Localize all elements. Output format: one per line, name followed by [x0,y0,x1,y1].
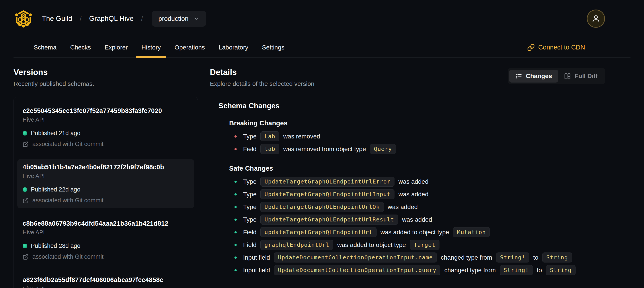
chevron-down-icon [193,16,200,22]
tab-laboratory[interactable]: Laboratory [213,37,254,58]
change-item: Type Lab was removed [234,130,630,143]
version-card[interactable]: e2e55045345ce13fe07f52a77459b83fa3fe7020… [17,103,194,152]
version-hash: e2e55045345ce13fe07f52a77459b83fa3fe7020 [22,107,189,115]
change-text: Input field [243,267,272,274]
git-commit-label: associated with Git commit [32,253,104,260]
safe-bullet-icon [234,244,237,246]
tab-schema[interactable]: Schema [28,37,62,58]
change-text: was added [400,216,432,223]
tab-bar: SchemaChecksExplorerHistoryOperationsLab… [14,37,630,58]
tab-checks[interactable]: Checks [65,37,96,58]
change-item: Type UpdateTargetGraphQLEndpointUrlOk wa… [234,201,630,213]
versions-panel: Versions Recently published schemas. e2e… [14,58,198,288]
safe-bullet-icon [234,193,237,195]
breaking-changes-title: Breaking Changes [229,119,630,127]
list-icon [515,73,522,80]
change-text: was added [397,178,428,185]
version-card[interactable]: a823f6db2a55df877dcf406006abca97fcc4858c… [17,272,194,288]
breadcrumb-org[interactable]: The Guild [42,15,72,23]
top-bar: The Guild / GraphQL Hive / production Sc… [0,0,644,58]
version-card[interactable]: c8b6e88a06793b9c4dfd54aaa21b36a1b421d812… [17,215,194,265]
versions-subtitle: Recently published schemas. [14,80,198,87]
external-link-icon [22,197,29,204]
change-item: Field graphqlEndpointUrl was added to ob… [234,238,630,251]
change-text: Type [243,203,258,211]
details-panel: Details Explore details of the selected … [210,58,630,288]
version-service: Hive API [22,285,189,288]
tab-operations[interactable]: Operations [169,37,210,58]
published-status-dot-icon [22,131,27,136]
code-badge: UpdateDocumentCollectionOperationInput.q… [274,265,440,275]
brand-row: The Guild / GraphQL Hive / production [14,0,630,37]
version-list: e2e55045345ce13fe07f52a77459b83fa3fe7020… [14,97,198,288]
changes-toggle-button[interactable]: Changes [509,70,558,83]
version-service: Hive API [22,116,189,123]
git-commit-link[interactable]: associated with Git commit [22,253,189,260]
safe-bullet-icon [234,206,237,208]
published-status-dot-icon [22,244,27,248]
breadcrumb-project[interactable]: GraphQL Hive [89,15,134,23]
schema-changes-section: Schema Changes Breaking Changes Type Lab… [218,102,630,276]
change-text: was removed [282,133,320,140]
version-hash: a823f6db2a55df877dcf406006abca97fcc4858c [22,276,189,283]
change-text: Field [243,146,258,153]
connect-to-cdn-label: Connect to CDN [538,44,585,51]
main-content: Versions Recently published schemas. e2e… [0,58,644,288]
change-text: Type [243,216,258,223]
git-commit-link[interactable]: associated with Git commit [22,141,189,148]
change-text: Type [243,133,258,140]
change-item: Field updateTargetGraphQLEndpointUrl was… [234,226,630,238]
user-avatar-button[interactable] [587,10,605,28]
changes-toggle-label: Changes [526,73,552,80]
change-item: Type UpdateTargetGraphQLEndpointUrlError… [234,175,630,188]
versions-title: Versions [14,68,198,77]
code-badge: Lab [260,131,279,141]
version-published-row: Published 22d ago [22,186,189,193]
full-diff-toggle-label: Full Diff [575,73,598,80]
external-link-icon [22,254,29,260]
code-badge: Query [370,144,396,154]
change-text: was added [386,203,418,211]
change-text: to [532,254,540,261]
change-text: Type [243,178,258,185]
breadcrumb-separator: / [80,15,82,23]
change-text: Type [243,191,258,198]
code-badge: UpdateTargetGraphQLEndpointUrlOk [260,202,384,212]
schema-changes-title: Schema Changes [218,102,630,110]
version-hash: c8b6e88a06793b9c4dfd54aaa21b36a1b421d812 [22,220,189,227]
code-badge: UpdateTargetGraphQLEndpointUrlResult [260,214,398,224]
code-badge: lab [260,144,279,154]
code-badge: UpdateDocumentCollectionOperationInput.n… [274,252,437,262]
version-card[interactable]: 4b05ab51b1b4a7e2e4b0ef82172f2b9f7ef98c0b… [17,159,194,208]
safe-bullet-icon [234,181,237,183]
tab-settings[interactable]: Settings [256,37,290,58]
link-icon [527,44,535,51]
version-service: Hive API [22,229,189,236]
safe-bullet-icon [234,231,237,233]
hive-logo-icon[interactable] [14,10,34,28]
details-title: Details [210,68,314,77]
safe-bullet-icon [234,218,237,221]
code-badge: updateTargetGraphQLEndpointUrl [260,227,376,237]
breaking-bullet-icon [234,135,237,138]
full-diff-toggle-button[interactable]: Full Diff [558,70,604,83]
target-selector-value: production [158,15,188,23]
tab-history[interactable]: History [136,37,166,58]
target-selector-dropdown[interactable]: production [152,11,206,27]
published-status-dot-icon [22,187,27,192]
version-service: Hive API [22,173,189,179]
split-view-icon [564,73,571,80]
safe-bullet-icon [234,269,237,271]
version-published-row: Published 28d ago [22,242,189,249]
code-badge: UpdateTargetGraphQLEndpointUrlInput [260,189,394,199]
change-text: was added to object type [379,229,451,236]
safe-changes-title: Safe Changes [229,165,630,172]
git-commit-link[interactable]: associated with Git commit [22,197,189,204]
change-text: changed type from [442,267,497,274]
tab-explorer[interactable]: Explorer [99,37,133,58]
version-hash: 4b05ab51b1b4a7e2e4b0ef82172f2b9f7ef98c0b [22,164,189,171]
change-item: Field lab was removed from object type Q… [234,143,630,155]
external-link-icon [22,141,29,147]
connect-to-cdn-button[interactable]: Connect to CDN [527,37,585,58]
safe-bullet-icon [234,256,237,259]
